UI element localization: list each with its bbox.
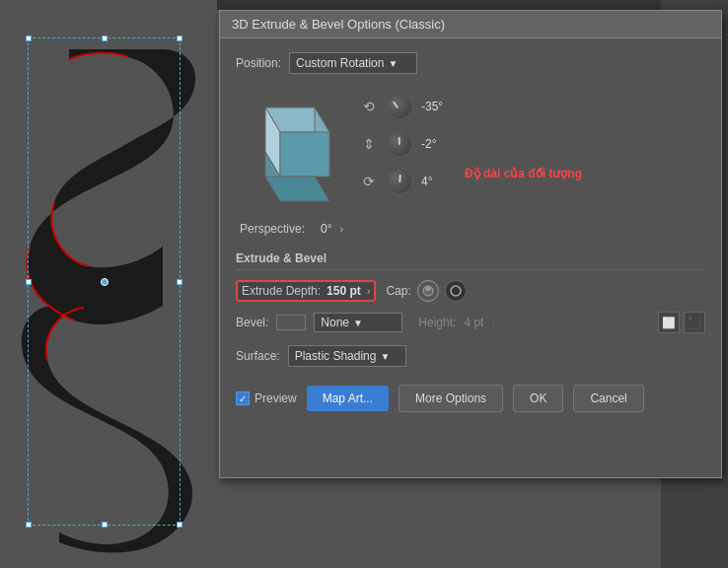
- cube-container: [236, 88, 344, 206]
- preview-label: Preview: [255, 391, 297, 405]
- cancel-button[interactable]: Cancel: [573, 385, 643, 412]
- bevel-dropdown-arrow: ▼: [353, 318, 363, 328]
- handle-tl[interactable]: [26, 36, 32, 41]
- extrude-depth-label: Extrude Depth:: [242, 284, 321, 298]
- surface-label: Surface:: [236, 349, 280, 363]
- height-chevron: ›: [491, 317, 495, 328]
- rotation-row-x: ⟲ -35°: [360, 93, 455, 120]
- perspective-label: Perspective:: [240, 222, 305, 236]
- rotation-x-value: -35°: [421, 100, 455, 113]
- height-label: Height:: [418, 316, 456, 329]
- position-dropdown-arrow: ▼: [388, 58, 398, 69]
- bevel-label: Bevel:: [236, 316, 268, 329]
- bevel-row: Bevel: None ▼ Height: 4 pt › ⬜ ⬛: [236, 312, 705, 333]
- annotation-text: Độ dài của đối tượng: [465, 167, 582, 180]
- cap-btn-hollow[interactable]: [445, 280, 467, 302]
- perspective-chevron[interactable]: ›: [340, 223, 344, 235]
- perspective-row: Perspective: 0° ›: [236, 222, 705, 236]
- handle-bm[interactable]: [102, 522, 108, 528]
- bevel-preview: [276, 315, 306, 330]
- dial-x[interactable]: [386, 93, 413, 120]
- cap-filled-icon: [421, 284, 435, 298]
- preview-checkbox-wrap[interactable]: ✓ Preview: [236, 391, 297, 405]
- surface-dropdown[interactable]: Plastic Shading ▼: [288, 345, 406, 367]
- handle-ml[interactable]: [26, 279, 32, 285]
- cap-btn-filled[interactable]: [417, 280, 439, 302]
- extrude-row: Extrude Depth: 150 pt › Cap:: [236, 280, 705, 302]
- height-value: 4 pt: [464, 316, 483, 329]
- svg-point-8: [451, 286, 461, 296]
- surface-row: Surface: Plastic Shading ▼: [236, 345, 705, 367]
- extrude-bevel-section: Extrude & Bevel: [236, 251, 705, 270]
- rotation-y-value: -2°: [421, 137, 455, 151]
- dialog-title[interactable]: 3D Extrude & Bevel Options (Classic): [220, 11, 721, 38]
- extrude-depth-value: 150 pt: [327, 284, 361, 298]
- perspective-value: 0°: [321, 222, 331, 236]
- dialog-content: Position: Custom Rotation ▼: [220, 38, 721, 426]
- handle-tm[interactable]: [102, 36, 108, 41]
- rotation-z-icon: ⟳: [360, 173, 378, 190]
- handle-br[interactable]: [177, 522, 182, 528]
- position-row: Position: Custom Rotation ▼: [236, 52, 705, 74]
- cube-rotation-area: ⟲ -35° ⇕ -2° ⟳ 4° Độ dài của đối tượng: [236, 88, 705, 206]
- extrude-depth-box: Extrude Depth: 150 pt ›: [236, 280, 376, 302]
- svg-point-7: [425, 287, 431, 291]
- center-point: [101, 278, 109, 286]
- rotation-z-value: 4°: [421, 175, 455, 188]
- selection-box: [28, 37, 181, 526]
- dialog: 3D Extrude & Bevel Options (Classic) Pos…: [219, 10, 722, 478]
- bevel-icons: ⬜ ⬛: [658, 312, 705, 333]
- position-label: Position:: [236, 56, 281, 70]
- rotation-y-icon: ⇕: [360, 135, 378, 153]
- bottom-buttons: ✓ Preview Map Art... More Options OK Can…: [236, 385, 705, 412]
- ok-button[interactable]: OK: [513, 385, 563, 412]
- bevel-icon-2[interactable]: ⬛: [684, 312, 705, 333]
- rotation-row-z: ⟳ 4° Độ dài của đối tượng: [360, 168, 455, 195]
- preview-checkbox[interactable]: ✓: [236, 391, 250, 405]
- bevel-dropdown[interactable]: None ▼: [314, 313, 402, 332]
- annotation-wrapper: 4° Độ dài của đối tượng: [421, 175, 455, 188]
- svg-marker-5: [265, 177, 329, 201]
- rotation-x-icon: ⟲: [360, 98, 378, 115]
- rotation-row-y: ⇕ -2°: [360, 130, 455, 158]
- more-options-button[interactable]: More Options: [399, 385, 503, 412]
- cap-label: Cap:: [386, 284, 410, 298]
- bevel-value: None: [321, 316, 349, 329]
- dial-y[interactable]: [386, 130, 413, 158]
- cap-hollow-icon: [449, 284, 463, 298]
- svg-marker-4: [280, 132, 329, 177]
- position-value: Custom Rotation: [296, 56, 384, 70]
- handle-bl[interactable]: [26, 522, 32, 528]
- position-dropdown[interactable]: Custom Rotation ▼: [289, 52, 417, 74]
- cube-svg: [236, 88, 344, 206]
- map-art-button[interactable]: Map Art...: [307, 386, 389, 411]
- surface-value: Plastic Shading: [295, 349, 377, 363]
- bevel-icon-1[interactable]: ⬜: [658, 312, 680, 333]
- surface-dropdown-arrow: ▼: [380, 351, 390, 362]
- cap-row: Cap:: [386, 280, 466, 302]
- canvas-area: [0, 0, 217, 568]
- handle-mr[interactable]: [177, 279, 182, 285]
- handle-tr[interactable]: [177, 36, 182, 41]
- rotation-controls: ⟲ -35° ⇕ -2° ⟳ 4° Độ dài của đối tượng: [360, 93, 455, 195]
- extrude-depth-chevron[interactable]: ›: [367, 285, 371, 297]
- dialog-title-text: 3D Extrude & Bevel Options (Classic): [232, 17, 445, 32]
- dial-z[interactable]: [386, 168, 413, 195]
